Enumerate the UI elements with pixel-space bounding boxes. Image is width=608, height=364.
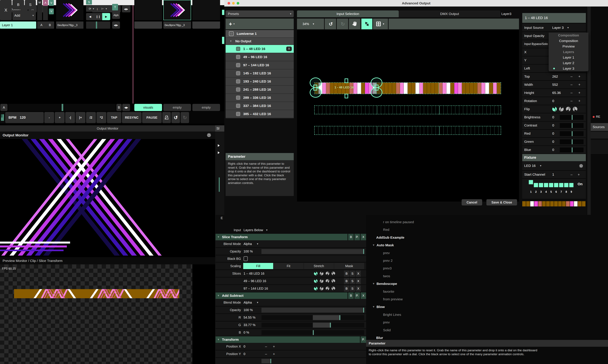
crossfader-a-button[interactable]: A bbox=[0, 104, 8, 111]
clip-cell-label[interactable] bbox=[134, 22, 162, 29]
browser-item[interactable]: from preview bbox=[366, 296, 608, 302]
flip-icon[interactable] bbox=[320, 287, 323, 290]
fixture-item-row[interactable]: 145 – 192 LED 16 bbox=[226, 69, 294, 78]
tempo-indicator[interactable] bbox=[0, 112, 5, 123]
gear-icon[interactable] bbox=[207, 133, 211, 137]
fixture-checkbox-icon[interactable] bbox=[236, 112, 240, 116]
bypass-button[interactable]: B bbox=[344, 286, 349, 292]
bpm-button-2[interactable]: *2 bbox=[97, 112, 106, 123]
property-value[interactable]: 65.36 bbox=[550, 91, 570, 95]
fixture-item-row[interactable]: 1 – 48 LED 16X bbox=[226, 45, 294, 53]
browser-item[interactable]: prev 2 bbox=[366, 257, 608, 264]
flip-icon[interactable] bbox=[326, 279, 329, 283]
decrement-button[interactable]: – bbox=[570, 82, 572, 87]
param-button[interactable]: P. bbox=[354, 234, 360, 240]
fixture-checkbox-icon[interactable] bbox=[236, 47, 240, 51]
channel-cell[interactable] bbox=[529, 180, 533, 184]
position-x-value[interactable]: 0 bbox=[241, 345, 257, 348]
transition-blend-button[interactable]: Alph bbox=[112, 12, 120, 19]
flip-icon[interactable] bbox=[552, 107, 557, 111]
channel-cell[interactable] bbox=[564, 183, 568, 187]
zoom-level-dropdown[interactable]: 34% ▼ bbox=[299, 19, 325, 29]
presets-dropdown[interactable]: Presets ▼ bbox=[226, 10, 294, 17]
close-window-button[interactable] bbox=[228, 2, 230, 5]
fixture-checkbox-icon[interactable] bbox=[236, 55, 240, 59]
property-slider[interactable] bbox=[560, 123, 583, 128]
b-value[interactable]: 0 % bbox=[241, 331, 259, 334]
menu-item-composition[interactable]: Composition bbox=[549, 38, 588, 44]
clip-cell-label[interactable] bbox=[192, 22, 220, 29]
minimize-window-button[interactable] bbox=[232, 2, 235, 5]
bpm-button-TAP[interactable]: TAP bbox=[107, 112, 121, 123]
loop-mode-dropdown[interactable]: ⟳▼ bbox=[86, 6, 97, 12]
slice-strip-2[interactable] bbox=[314, 105, 501, 114]
fixture-item-row[interactable]: 337 – 384 LED 16 bbox=[226, 102, 294, 110]
flip-icon[interactable] bbox=[314, 287, 318, 290]
flip-icon[interactable] bbox=[320, 272, 323, 275]
output-monitor-tab[interactable]: Output Monitor bbox=[0, 125, 215, 131]
decrement-button[interactable]: – bbox=[265, 352, 267, 356]
flip-icon[interactable] bbox=[573, 107, 577, 111]
param-button[interactable]: P. bbox=[360, 336, 366, 343]
layer-blend-dropdown[interactable]: Add▼ bbox=[12, 11, 36, 20]
increment-button[interactable]: + bbox=[578, 99, 580, 103]
layer-bypass-button[interactable]: B bbox=[12, 0, 24, 9]
collapse-arrow-icon[interactable] bbox=[218, 151, 220, 154]
flip-icon[interactable] bbox=[314, 279, 318, 283]
flip-icon[interactable] bbox=[332, 279, 335, 283]
g-slider[interactable] bbox=[262, 323, 364, 327]
layer-v-button[interactable]: V bbox=[49, 0, 54, 6]
decrement-button[interactable]: – bbox=[570, 91, 572, 95]
slice-transform-tool-icon[interactable] bbox=[361, 19, 373, 29]
browser-item[interactable]: Solid bbox=[366, 327, 608, 333]
lumiverse-row[interactable]: Lumiverse 1 bbox=[226, 30, 294, 38]
black-bg-checkbox[interactable] bbox=[244, 256, 248, 261]
clip-progress-bar[interactable] bbox=[86, 22, 110, 29]
deck-tab-empty-2[interactable]: empty bbox=[192, 104, 220, 111]
channel-cell[interactable] bbox=[569, 183, 573, 187]
bypass-button[interactable]: B bbox=[347, 292, 354, 299]
save-close-button[interactable]: Save & Close bbox=[486, 199, 517, 206]
browser-item[interactable]: Bright Lines bbox=[366, 312, 608, 318]
fixture-item-row[interactable]: 241 – 288 LED 16 bbox=[226, 86, 294, 94]
fixture-item-row[interactable]: 49 – 96 LED 16 bbox=[226, 53, 294, 61]
zoom-window-button[interactable] bbox=[237, 2, 239, 5]
browser-item[interactable]: Red bbox=[366, 226, 608, 233]
fixture-item-row[interactable]: 193 – 240 LED 16 bbox=[226, 78, 294, 86]
transform-header[interactable]: ▼ Transform P. bbox=[216, 336, 366, 343]
opacity-value[interactable]: 100 % bbox=[241, 308, 259, 312]
layer-m-fader[interactable]: M bbox=[37, 0, 42, 20]
browser-item[interactable]: ▼Bendoscope bbox=[366, 281, 608, 287]
bypass-button[interactable]: B bbox=[347, 234, 354, 240]
collapse-triangle-icon[interactable]: ▼ bbox=[216, 338, 220, 341]
remove-button[interactable]: X bbox=[356, 271, 361, 277]
resize-handle[interactable] bbox=[345, 78, 348, 83]
flip-icon[interactable] bbox=[559, 107, 564, 111]
flip-icon[interactable] bbox=[314, 272, 318, 275]
collapse-triangle-icon[interactable]: ▼ bbox=[216, 294, 220, 297]
flip-icon[interactable] bbox=[326, 272, 329, 275]
flip-icon[interactable] bbox=[332, 287, 335, 290]
bpm-button-[interactable]: + bbox=[55, 112, 65, 123]
browser-item[interactable]: r on timeline paused bbox=[366, 219, 608, 225]
menu-item-layer-3[interactable]: Layer 3 bbox=[549, 66, 588, 71]
deck-tab-empty-1[interactable]: empty bbox=[163, 104, 191, 111]
increment-button[interactable]: + bbox=[578, 91, 580, 95]
browser-item[interactable]: prev bbox=[366, 319, 608, 325]
slice-transform-header[interactable]: ▼ Slice Transform B P. X bbox=[216, 234, 366, 240]
bpm-button-[interactable]: |+ bbox=[76, 112, 85, 123]
solo-button[interactable]: S bbox=[350, 286, 355, 292]
crossfader-bar[interactable] bbox=[8, 104, 116, 111]
clip-solo-button[interactable]: S bbox=[86, 0, 92, 5]
increment-button[interactable]: + bbox=[273, 344, 275, 349]
browser-item[interactable]: ▼Blow bbox=[366, 304, 608, 310]
clip-cell[interactable] bbox=[163, 0, 191, 20]
slice-strip-3[interactable] bbox=[314, 126, 501, 135]
increment-button[interactable]: + bbox=[578, 173, 580, 177]
flip-icon[interactable] bbox=[566, 107, 570, 111]
output-canvas[interactable]: 1 - 48 LED 16 bbox=[297, 30, 519, 202]
hidden-tab[interactable]: Sl bbox=[215, 125, 224, 131]
grid-options-dropdown[interactable]: ▼ bbox=[373, 19, 389, 29]
bpm-button-PAUSE[interactable]: PAUSE bbox=[142, 112, 162, 123]
bpm-display[interactable]: BPM 120 bbox=[5, 112, 44, 123]
